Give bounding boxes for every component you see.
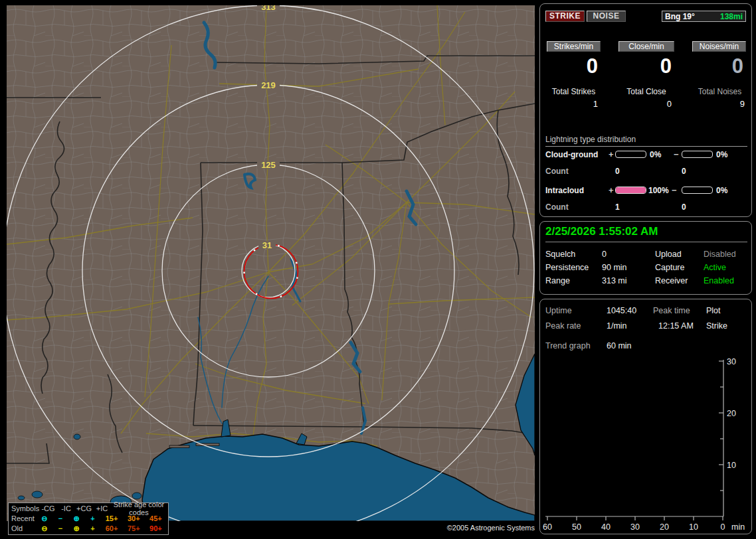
upload-value: Disabled: [704, 250, 736, 259]
cg-plus-bar: [615, 151, 646, 158]
trend-tick-labels: 30 20 10 60 50 40 30 20 10 0 min: [543, 357, 745, 532]
cg-count-label: Count: [545, 167, 569, 176]
status-panel: 2/25/2026 1:55:02 AM Squelch 0 Upload Di…: [539, 221, 752, 295]
strike-button[interactable]: STRIKE: [545, 11, 585, 22]
capture-value: Active: [704, 263, 726, 272]
app-window: { "header": { "strike_btn": "STRIKE", "n…: [0, 0, 756, 539]
ring-label-125: 125: [261, 160, 276, 170]
trend-axes: [545, 360, 723, 520]
neg-cg-old-icon: ⊖: [37, 524, 52, 533]
total-strikes-label: Total Strikes: [547, 87, 601, 96]
legend-col-pos-ic: +IC: [93, 504, 111, 512]
cg-minus-sign: −: [674, 149, 679, 159]
ic-plus-bar: [615, 187, 646, 194]
age-30: 30+: [123, 514, 145, 522]
counters-panel: STRIKE NOISE Bng 19° 138mi Strikes/min C…: [539, 3, 752, 217]
cg-minus-bar: [682, 151, 713, 158]
cg-minus-count: 0: [682, 167, 686, 176]
x-tick-50: 50: [572, 522, 581, 532]
age-45: 45+: [145, 514, 167, 522]
total-strikes-value: 1: [547, 99, 598, 109]
persistence-label: Persistence: [545, 263, 589, 272]
legend-col-pos-cg: +CG: [75, 504, 93, 512]
ic-plus-sign: +: [609, 185, 614, 195]
pos-ic-recent-icon: +: [84, 514, 100, 522]
legend-old-row: Old ⊖ − ⊕ + 60+ 75+ 90+: [9, 524, 168, 533]
x-unit-label: min: [731, 522, 745, 532]
cloud-ground-label: Cloud-ground: [545, 150, 598, 159]
legend-col-neg-ic: -IC: [57, 504, 75, 512]
legend-old-label: Old: [10, 524, 37, 532]
capture-label: Capture: [655, 263, 684, 272]
distance-value: 138mi: [720, 12, 743, 21]
total-close-value: 0: [618, 99, 672, 109]
cg-plus-pct: 0%: [650, 150, 661, 159]
receiver-label: Receiver: [655, 276, 688, 285]
copyright-text: ©2005 Astrogenic Systems: [425, 524, 535, 532]
squelch-label: Squelch: [545, 250, 575, 259]
trend-graph-chart: 30 20 10 60 50 40 30 20 10 0 min: [540, 299, 751, 534]
ring-label-313: 313: [261, 5, 276, 12]
squelch-value: 0: [602, 250, 607, 259]
y-tick-30: 30: [727, 357, 736, 366]
range-value: 313 mi: [602, 276, 627, 285]
x-tick-10: 10: [689, 522, 698, 532]
noises-per-min-value: 0: [692, 54, 743, 78]
cg-minus-pct: 0%: [716, 150, 727, 159]
upload-label: Upload: [655, 250, 682, 259]
age-75: 75+: [123, 524, 145, 532]
y-tick-20: 20: [727, 409, 736, 418]
pos-cg-recent-icon: ⊕: [68, 514, 84, 523]
neg-ic-old-icon: −: [52, 524, 68, 532]
age-15: 15+: [100, 514, 122, 522]
radar-map[interactable]: 313 219 125 31: [7, 5, 535, 521]
cg-plus-sign: +: [609, 149, 614, 159]
legend-recent-row: Recent ⊖ − ⊕ + 15+ 30+ 45+: [9, 514, 168, 523]
neg-ic-recent-icon: −: [52, 514, 68, 522]
ic-count-label: Count: [545, 202, 569, 212]
x-tick-30: 30: [630, 522, 640, 532]
strikes-per-min-button[interactable]: Strikes/min: [547, 41, 601, 52]
legend-symbols-header: Symbols: [10, 504, 39, 512]
age-90: 90+: [145, 524, 167, 532]
bearing-display: Bng 19° 138mi: [662, 11, 746, 22]
ic-minus-count: 0: [682, 202, 686, 212]
pos-cg-old-icon: ⊕: [68, 524, 84, 533]
ic-minus-sign: −: [672, 185, 677, 195]
ic-minus-bar: [682, 187, 713, 194]
map-canvas: 313 219 125 31: [7, 5, 535, 521]
bearing-value: Bng 19°: [665, 12, 695, 21]
ring-label-219: 219: [261, 80, 276, 90]
close-per-min-button[interactable]: Close/min: [618, 41, 674, 52]
datetime-display: 2/25/2026 1:55:02 AM: [545, 225, 747, 242]
total-close-label: Total Close: [618, 87, 674, 96]
y-tick-10: 10: [727, 461, 736, 470]
cg-plus-count: 0: [615, 167, 620, 176]
noises-per-min-button[interactable]: Noises/min: [692, 41, 746, 52]
symbols-legend: Symbols -CG -IC +CG +IC Strike age color…: [8, 502, 169, 535]
neg-cg-recent-icon: ⊖: [37, 514, 52, 523]
ic-plus-count: 1: [615, 202, 620, 212]
receiver-value: Enabled: [704, 276, 734, 285]
persistence-value: 90 min: [602, 263, 627, 272]
ic-plus-bar-fill: [616, 187, 646, 193]
legend-recent-label: Recent: [10, 514, 37, 522]
distribution-title: Lightning type distribution: [545, 135, 747, 147]
x-tick-60: 60: [543, 522, 552, 532]
total-noises-label: Total Noises: [692, 87, 747, 96]
trend-panel: Uptime 1045:40 Peak time Plot Peak rate …: [539, 299, 752, 534]
range-label: Range: [545, 276, 570, 285]
ic-plus-pct: 100%: [648, 186, 669, 195]
close-per-min-value: 0: [618, 54, 672, 78]
total-noises-value: 9: [692, 99, 745, 109]
strikes-per-min-value: 0: [547, 54, 598, 78]
ring-label-31: 31: [262, 240, 272, 250]
x-tick-0: 0: [721, 522, 725, 532]
intracloud-label: Intracloud: [545, 186, 584, 195]
age-60: 60+: [100, 524, 122, 532]
ic-minus-pct: 0%: [716, 186, 727, 195]
noise-button[interactable]: NOISE: [587, 11, 626, 22]
pos-ic-old-icon: +: [84, 524, 100, 532]
legend-header-row: Symbols -CG -IC +CG +IC Strike age color…: [9, 504, 168, 513]
x-tick-40: 40: [601, 522, 611, 532]
